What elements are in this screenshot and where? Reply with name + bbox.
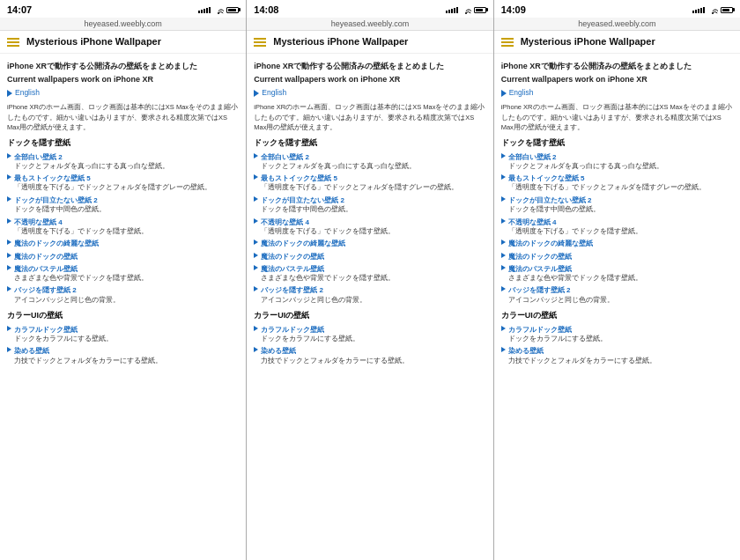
wallpaper-desc: 「透明度を下げる」でドックを隠す壁紙。 — [14, 227, 239, 237]
wallpaper-name: 最もストイックな壁紙 5 — [14, 173, 91, 183]
wallpaper-desc: ドックを隠す中間色の壁紙。 — [14, 205, 239, 215]
wallpaper-link[interactable]: 不透明な壁紙 4 — [501, 217, 733, 227]
wallpaper-desc: 力技でドックとフォルダをカラーにする壁紙。 — [261, 357, 485, 366]
wallpaper-link[interactable]: 魔法のドックの壁紙 — [254, 252, 485, 262]
list-triangle-icon — [501, 326, 506, 331]
list-triangle-icon — [7, 153, 11, 158]
list-triangle-icon — [7, 253, 11, 258]
wallpaper-desc: アイコンバッジと同じ色の背景。 — [14, 296, 239, 306]
list-triangle-icon — [501, 196, 506, 202]
wallpaper-item: バッジを隠す壁紙 2アイコンバッジと同じ色の背景。 — [254, 285, 485, 305]
english-link[interactable]: English — [7, 88, 239, 99]
wallpaper-link[interactable]: カラフルドック壁紙 — [7, 325, 239, 335]
wallpaper-name: 不透明な壁紙 4 — [14, 217, 63, 227]
wallpaper-item: ドックが目立たない壁紙 2ドックを隠す中間色の壁紙。 — [7, 195, 239, 215]
wallpaper-link[interactable]: 染める壁紙 — [7, 346, 239, 356]
wallpaper-link[interactable]: 不透明な壁紙 4 — [7, 217, 239, 227]
list-triangle-icon — [7, 196, 11, 202]
wallpaper-desc: ドックを隠す中間色の壁紙。 — [508, 205, 733, 215]
list-triangle-icon — [7, 326, 11, 331]
wallpaper-item: ドックが目立たない壁紙 2ドックを隠す中間色の壁紙。 — [254, 195, 485, 215]
wallpaper-link[interactable]: 全部白い壁紙 2 — [7, 152, 239, 162]
wallpaper-item: ドックが目立たない壁紙 2ドックを隠す中間色の壁紙。 — [501, 195, 733, 215]
hamburger-icon[interactable] — [501, 38, 514, 47]
wallpaper-link[interactable]: 全部白い壁紙 2 — [501, 152, 733, 162]
status-bar: 14:09 — [494, 0, 740, 18]
list-triangle-icon — [501, 347, 506, 352]
wallpaper-item: 染める壁紙力技でドックとフォルダをカラーにする壁紙。 — [254, 346, 485, 365]
wallpaper-link[interactable]: 全部白い壁紙 2 — [254, 152, 485, 162]
wallpaper-item: 魔法のドックの綺麗な壁紙 — [254, 239, 485, 248]
list-triangle-icon — [501, 174, 506, 180]
wallpaper-link[interactable]: ドックが目立たない壁紙 2 — [254, 195, 485, 205]
nav-title: Mysterious iPhone Wallpaper — [521, 36, 655, 48]
screens-container: 14:07 heyeased.weebly.comMysterious iPho… — [0, 0, 740, 560]
wallpaper-link[interactable]: 魔法のパステル壁紙 — [7, 264, 239, 274]
wallpaper-name: バッジを隠す壁紙 2 — [508, 285, 571, 295]
list-triangle-icon — [501, 286, 506, 291]
wallpaper-link[interactable]: 魔法のパステル壁紙 — [254, 264, 485, 274]
wallpaper-desc: 「透明度を下げる」でドックとフォルダを隠すグレーの壁紙。 — [508, 183, 733, 193]
wallpaper-name: バッジを隠す壁紙 2 — [14, 285, 77, 295]
wallpaper-desc: さまざまな色や背景でドックを隠す壁紙。 — [508, 274, 733, 284]
wallpaper-link[interactable]: 魔法のパステル壁紙 — [501, 264, 733, 274]
wallpaper-name: 魔法のドックの綺麗な壁紙 — [261, 239, 345, 248]
signal-icon — [692, 7, 705, 13]
status-time: 14:07 — [7, 4, 32, 15]
wallpaper-link[interactable]: 最もストイックな壁紙 5 — [254, 173, 485, 183]
wallpaper-name: 魔法のドックの壁紙 — [14, 252, 78, 262]
wallpaper-item: 全部白い壁紙 2ドックとフォルダを真っ白にする真っ白な壁紙。 — [254, 152, 485, 172]
wallpaper-name: 最もストイックな壁紙 5 — [508, 173, 585, 183]
screen2: 14:08 heyeased.weebly.comMysterious iPho… — [247, 0, 493, 560]
hamburger-icon[interactable] — [254, 38, 266, 47]
wallpaper-name: 染める壁紙 — [14, 346, 49, 356]
wallpaper-link[interactable]: ドックが目立たない壁紙 2 — [501, 195, 733, 205]
wallpaper-link[interactable]: 魔法のドックの壁紙 — [501, 252, 733, 262]
list-triangle-icon — [254, 265, 258, 270]
status-time: 14:08 — [254, 4, 278, 15]
wallpaper-link[interactable]: ドックが目立たない壁紙 2 — [7, 195, 239, 205]
wallpaper-link[interactable]: カラフルドック壁紙 — [254, 325, 485, 335]
wallpaper-desc: 力技でドックとフォルダをカラーにする壁紙。 — [14, 357, 239, 366]
wallpaper-desc: ドックをカラフルにする壁紙。 — [14, 335, 239, 344]
wallpaper-link[interactable]: 不透明な壁紙 4 — [254, 217, 485, 227]
wallpaper-link[interactable]: バッジを隠す壁紙 2 — [501, 285, 733, 295]
domain-bar: heyeased.weebly.com — [494, 18, 740, 31]
wallpaper-name: 魔法のドックの壁紙 — [261, 252, 324, 262]
wallpaper-link[interactable]: 魔法のドックの綺麗な壁紙 — [7, 239, 239, 248]
wallpaper-name: 全部白い壁紙 2 — [14, 152, 63, 162]
wifi-icon — [213, 5, 224, 14]
wallpaper-link[interactable]: バッジを隠す壁紙 2 — [254, 285, 485, 295]
wallpaper-item: 魔法のドックの壁紙 — [7, 252, 239, 262]
english-link[interactable]: English — [254, 88, 485, 99]
content-area: iPhone XRで動作する公開済みの壁紙をまとめましたCurrent wall… — [494, 54, 740, 560]
wallpaper-link[interactable]: 魔法のドックの壁紙 — [7, 252, 239, 262]
wallpaper-desc: ドックをカラフルにする壁紙。 — [508, 335, 733, 344]
wallpaper-link[interactable]: 染める壁紙 — [501, 346, 733, 356]
wallpaper-link[interactable]: バッジを隠す壁紙 2 — [7, 285, 239, 295]
wallpaper-name: カラフルドック壁紙 — [14, 325, 78, 335]
wallpaper-link[interactable]: カラフルドック壁紙 — [501, 325, 733, 335]
wallpaper-link[interactable]: 最もストイックな壁紙 5 — [501, 173, 733, 183]
wallpaper-item: 不透明な壁紙 4「透明度を下げる」でドックを隠す壁紙。 — [254, 217, 485, 237]
english-link[interactable]: English — [501, 88, 733, 99]
wallpaper-desc: ドックを隠す中間色の壁紙。 — [261, 205, 485, 215]
list-triangle-icon — [254, 326, 258, 331]
wallpaper-desc: ドックとフォルダを真っ白にする真っ白な壁紙。 — [508, 162, 733, 172]
status-time: 14:09 — [501, 4, 526, 15]
wallpaper-link[interactable]: 染める壁紙 — [254, 346, 485, 356]
wallpaper-item: 魔法のパステル壁紙さまざまな色や背景でドックを隠す壁紙。 — [254, 264, 485, 284]
wallpaper-name: 魔法のドックの壁紙 — [508, 252, 572, 262]
wallpaper-link[interactable]: 魔法のドックの綺麗な壁紙 — [254, 239, 485, 248]
battery-icon — [474, 7, 486, 13]
svg-point-0 — [218, 12, 219, 14]
color-section-title: カラーUIの壁紙 — [501, 310, 733, 321]
hamburger-icon[interactable] — [7, 38, 19, 47]
wallpaper-link[interactable]: 魔法のドックの綺麗な壁紙 — [501, 239, 733, 248]
wallpaper-link[interactable]: 最もストイックな壁紙 5 — [7, 173, 239, 183]
wallpaper-name: 染める壁紙 — [508, 346, 544, 356]
list-triangle-icon — [501, 265, 506, 270]
intro-title-en: Current wallpapers work on iPhone XR — [254, 74, 485, 85]
dock-section-title: ドックを隠す壁紙 — [7, 137, 239, 149]
list-triangle-icon — [254, 239, 258, 245]
